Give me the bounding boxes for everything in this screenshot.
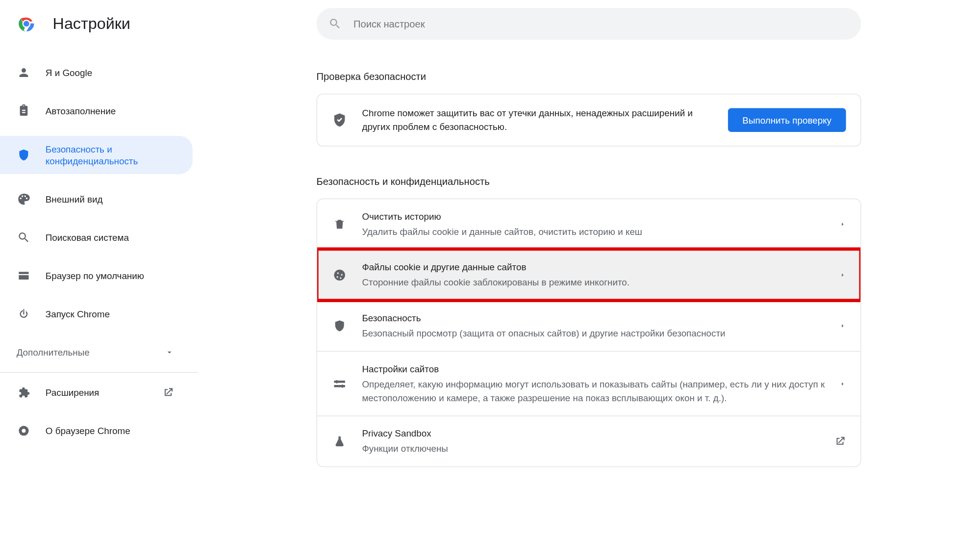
chevron-down-icon (165, 348, 174, 357)
search-icon (328, 17, 342, 30)
search-icon (17, 231, 31, 244)
sidebar-item-search-engine[interactable]: Поисковая система (0, 224, 193, 251)
chevron-right-icon (839, 380, 846, 386)
search-bar[interactable] (317, 8, 861, 40)
shield-check-icon (332, 112, 348, 128)
open-in-new-icon (834, 436, 846, 447)
row-title: Безопасность (362, 311, 839, 325)
divider (0, 372, 198, 373)
chevron-right-icon (839, 221, 846, 228)
person-icon (17, 66, 31, 79)
sidebar-item-label: О браузере Chrome (46, 425, 130, 437)
row-title: Файлы cookie и другие данные сайтов (362, 260, 839, 274)
chevron-right-icon (839, 272, 846, 278)
row-subtitle: Сторонние файлы cookie заблокированы в р… (362, 276, 839, 289)
section-title-privacy: Безопасность и конфиденциальность (317, 176, 861, 187)
row-cookies[interactable]: Файлы cookie и другие данные сайтов Стор… (317, 249, 860, 300)
row-subtitle: Безопасный просмотр (защита от опасных с… (362, 327, 839, 340)
sidebar-item-label: Дополнительные (17, 346, 90, 358)
sidebar-item-autofill[interactable]: Автозаполнение (0, 98, 193, 124)
sidebar-item-about[interactable]: О браузере Chrome (0, 417, 193, 444)
sidebar-item-label: Автозаполнение (46, 105, 116, 117)
row-privacy-sandbox[interactable]: Privacy Sandbox Функции отключены (317, 415, 860, 466)
row-subtitle: Определяет, какую информацию могут испол… (362, 377, 839, 405)
row-subtitle: Удалить файлы cookie и данные сайтов, оч… (362, 225, 839, 239)
sidebar-item-label: Безопасность и конфиденциальность (46, 143, 138, 167)
sidebar-item-advanced[interactable]: Дополнительные (0, 339, 193, 365)
sidebar-item-default-browser[interactable]: Браузер по умолчанию (0, 262, 193, 289)
sidebar-item-appearance[interactable]: Внешний вид (0, 186, 193, 212)
chrome-icon (17, 424, 31, 437)
window-icon (17, 269, 31, 283)
row-clear-browsing-data[interactable]: Очистить историю Удалить файлы cookie и … (317, 199, 860, 249)
sidebar: Я и Google Автозаполнение Безопасность и… (0, 48, 198, 540)
sidebar-item-label: Я и Google (46, 67, 92, 78)
row-title: Настройки сайтов (362, 362, 839, 376)
chrome-logo-icon (17, 15, 36, 33)
flask-icon (332, 435, 348, 448)
privacy-list: Очистить историю Удалить файлы cookie и … (317, 199, 861, 467)
sidebar-item-extensions[interactable]: Расширения (0, 379, 193, 406)
row-title: Privacy Sandbox (362, 427, 834, 440)
sidebar-item-label: Расширения (46, 386, 100, 398)
tune-icon (332, 377, 348, 390)
sidebar-item-label: Запуск Chrome (46, 308, 110, 320)
chevron-right-icon (839, 323, 846, 329)
cookie-icon (332, 268, 348, 282)
sidebar-item-label: Поисковая система (46, 231, 129, 243)
palette-icon (17, 193, 31, 206)
puzzle-icon (17, 386, 31, 399)
shield-icon (332, 319, 348, 333)
open-in-new-icon (162, 386, 174, 398)
sidebar-item-on-startup[interactable]: Запуск Chrome (0, 301, 193, 327)
sidebar-item-you-and-google[interactable]: Я и Google (0, 59, 193, 86)
power-icon (17, 308, 31, 321)
row-security[interactable]: Безопасность Безопасный просмотр (защита… (317, 300, 860, 351)
run-safety-check-button[interactable]: Выполнить проверку (728, 108, 846, 132)
clipboard-icon (17, 104, 31, 118)
row-site-settings[interactable]: Настройки сайтов Определяет, какую инфор… (317, 351, 860, 416)
search-input[interactable] (353, 18, 847, 29)
trash-icon (332, 218, 348, 231)
sidebar-item-security-privacy[interactable]: Безопасность и конфиденциальность (0, 136, 193, 174)
row-title: Очистить историю (362, 210, 839, 224)
safety-check-card: Chrome поможет защитить вас от утечки да… (317, 94, 861, 147)
sidebar-item-label: Браузер по умолчанию (46, 270, 144, 282)
page-title: Настройки (53, 15, 251, 33)
row-subtitle: Функции отключены (362, 442, 834, 456)
sidebar-item-label: Внешний вид (46, 193, 103, 205)
svg-point-4 (22, 429, 25, 433)
shield-icon (17, 149, 31, 162)
section-title-safety-check: Проверка безопасности (317, 71, 861, 82)
safety-check-message: Chrome поможет защитить вас от утечки да… (362, 106, 712, 134)
